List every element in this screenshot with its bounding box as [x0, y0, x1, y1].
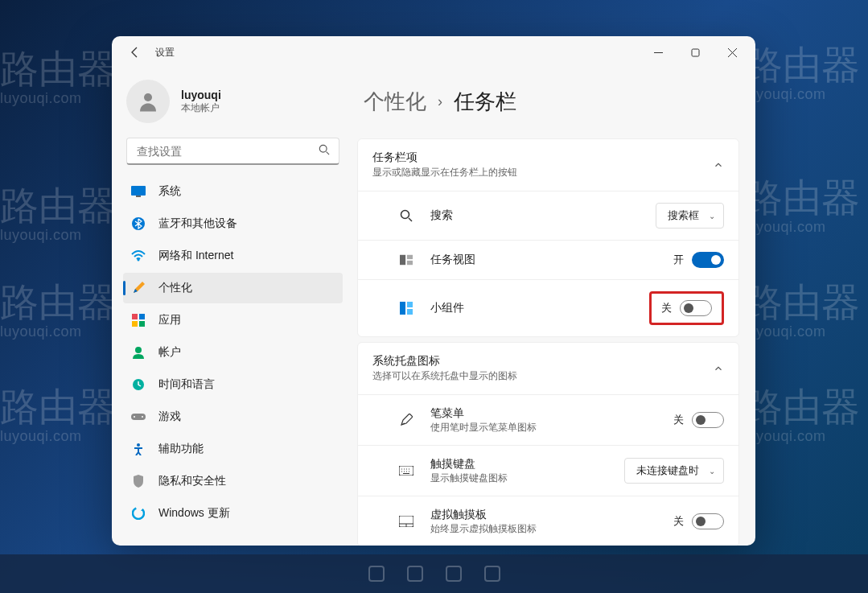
svg-rect-13 [131, 414, 146, 420]
nav-item-access[interactable]: 辅助功能 [123, 434, 343, 464]
nav-item-apps[interactable]: 应用 [123, 305, 343, 336]
group-title: 任务栏项 [372, 150, 517, 165]
group-title: 系统托盘图标 [372, 354, 517, 369]
setting-row-touchpad: 虚拟触摸板始终显示虚拟触摸板图标 关 [358, 496, 738, 546]
nav-list: 系统蓝牙和其他设备网络和 Internet个性化应用帐户时间和语言游戏辅助功能隐… [123, 176, 343, 529]
close-button[interactable] [714, 39, 751, 65]
account-icon [131, 345, 146, 360]
row-label: 笔菜单 [430, 406, 537, 421]
nav-item-wifi[interactable]: 网络和 Internet [123, 241, 343, 271]
nav-item-privacy[interactable]: 隐私和安全性 [123, 466, 343, 496]
watermark: 路由器luyouqi.com [744, 44, 860, 103]
maximize-button[interactable] [677, 39, 714, 65]
user-name: luyouqi [181, 89, 221, 101]
svg-rect-25 [399, 466, 413, 476]
settings-group: 任务栏项显示或隐藏显示在任务栏上的按钮 搜索 搜索框⌄ 任务视图 开 小组件 关 [357, 138, 739, 337]
nav-item-label: 游戏 [158, 410, 181, 424]
sidebar: luyouqi 本地帐户 系统蓝牙和其他设备网络和 Internet个性化应用帐… [112, 68, 349, 546]
row-sub: 使用笔时显示笔菜单图标 [430, 422, 537, 434]
nav-item-label: 隐私和安全性 [158, 474, 226, 488]
breadcrumb-current: 任务栏 [454, 88, 516, 116]
toggle-taskview[interactable] [692, 252, 724, 268]
settings-window: 设置 luyouqi 本地帐户 系统蓝牙和其他设备网络和 [112, 36, 755, 546]
breadcrumb-parent[interactable]: 个性化 [364, 88, 426, 116]
setting-row-taskview: 任务视图 开 [358, 240, 738, 279]
window-title: 设置 [155, 46, 175, 60]
touchpad-icon [398, 513, 414, 529]
chevron-down-icon: ⌄ [709, 467, 715, 476]
row-label: 任务视图 [430, 253, 475, 267]
svg-rect-3 [131, 186, 146, 196]
settings-group: 系统托盘图标选择可以在系统托盘中显示的图标 笔菜单使用笔时显示笔菜单图标 关 触… [357, 342, 739, 546]
taskbar-icon[interactable] [438, 558, 470, 590]
setting-row-search: 搜索 搜索框⌄ [358, 191, 738, 240]
apps-icon [131, 313, 146, 327]
toggle-widgets[interactable] [680, 300, 712, 316]
svg-rect-8 [139, 314, 145, 319]
nav-item-label: Windows 更新 [158, 506, 230, 521]
row-label: 触摸键盘 [430, 457, 508, 472]
svg-point-1 [144, 93, 152, 101]
svg-point-17 [133, 508, 144, 519]
search-input[interactable] [126, 138, 339, 165]
search-icon [319, 144, 330, 159]
watermark: 路由器luyouqi.com [744, 386, 860, 445]
titlebar: 设置 [112, 36, 755, 68]
svg-point-11 [135, 347, 142, 353]
svg-rect-10 [139, 321, 145, 327]
svg-point-16 [137, 443, 140, 447]
group-sub: 显示或隐藏显示在任务栏上的按钮 [372, 166, 517, 179]
back-button[interactable] [123, 40, 147, 64]
widgets-icon [398, 300, 414, 316]
nav-item-time[interactable]: 时间和语言 [123, 369, 343, 400]
nav-item-label: 蓝牙和其他设备 [158, 216, 237, 231]
search-icon [398, 208, 414, 224]
watermark: 路由器luyouqi.com [744, 282, 860, 340]
minimize-button[interactable] [640, 39, 677, 65]
search-box [126, 138, 339, 165]
nav-item-account[interactable]: 帐户 [123, 337, 343, 368]
nav-item-label: 时间和语言 [158, 377, 215, 392]
svg-rect-28 [408, 566, 422, 581]
breadcrumb: 个性化 › 任务栏 [364, 88, 739, 116]
svg-point-18 [401, 211, 409, 219]
taskbar-icon[interactable] [360, 558, 393, 590]
nav-item-update[interactable]: Windows 更新 [123, 498, 343, 529]
row-sub: 始终显示虚拟触摸板图标 [430, 523, 537, 535]
group-header[interactable]: 系统托盘图标选择可以在系统托盘中显示的图标 [358, 343, 738, 394]
nav-item-brush[interactable]: 个性化 [123, 273, 343, 303]
toggle-pen[interactable] [692, 412, 724, 428]
row-label: 小组件 [430, 301, 464, 315]
wifi-icon [131, 249, 146, 263]
taskbar-icon[interactable] [399, 558, 431, 590]
taskbar-icon[interactable] [476, 558, 508, 590]
svg-point-15 [142, 416, 143, 418]
bluetooth-icon [131, 216, 146, 231]
chevron-icon [713, 363, 724, 374]
group-header[interactable]: 任务栏项显示或隐藏显示在任务栏上的按钮 [358, 139, 738, 191]
chevron-right-icon: › [438, 93, 442, 110]
setting-row-pen: 笔菜单使用笔时显示笔菜单图标 关 [358, 394, 738, 445]
svg-rect-7 [132, 314, 138, 319]
time-icon [131, 377, 146, 392]
svg-rect-30 [485, 566, 500, 581]
dropdown-keyboard[interactable]: 未连接键盘时⌄ [624, 458, 724, 484]
dropdown-search[interactable]: 搜索框⌄ [656, 203, 724, 229]
nav-item-game[interactable]: 游戏 [123, 402, 343, 432]
keyboard-icon [398, 463, 414, 479]
svg-rect-20 [407, 255, 413, 259]
toggle-state-label: 开 [673, 253, 684, 267]
row-label: 搜索 [430, 208, 453, 223]
watermark: 路由器luyouqi.com [0, 48, 116, 107]
svg-rect-22 [400, 302, 405, 315]
toggle-touchpad[interactable] [692, 513, 724, 529]
user-profile[interactable]: luyouqi 本地帐户 [123, 72, 343, 138]
nav-item-system[interactable]: 系统 [123, 176, 343, 207]
watermark: 路由器luyouqi.com [0, 282, 116, 340]
svg-rect-29 [446, 566, 461, 581]
nav-item-label: 辅助功能 [158, 442, 204, 456]
avatar [126, 80, 170, 123]
privacy-icon [131, 474, 146, 488]
watermark: 路由器luyouqi.com [0, 386, 116, 445]
nav-item-bluetooth[interactable]: 蓝牙和其他设备 [123, 208, 343, 239]
